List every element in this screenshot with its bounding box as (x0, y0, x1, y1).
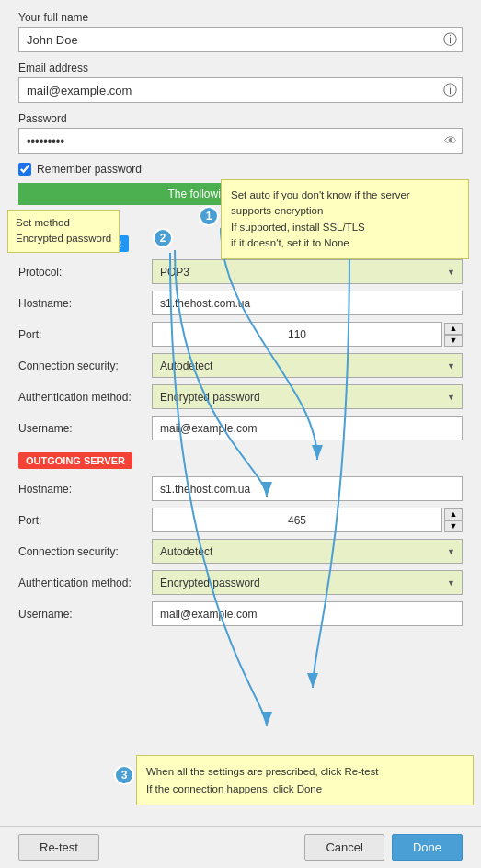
outgoing-conn-sec-select[interactable]: Autodetect SSL/TLS STARTTLS None (152, 539, 463, 564)
badge-2: 2 (153, 228, 173, 248)
incoming-auth-label: Authentication method: (18, 391, 152, 404)
email-info-icon[interactable]: ⓘ (443, 82, 457, 99)
remember-label: Remember password (37, 163, 142, 176)
remember-checkbox[interactable] (18, 163, 31, 176)
outgoing-port-label: Port: (18, 514, 152, 527)
incoming-auth-select[interactable]: Encrypted password Normal password OAuth… (152, 384, 463, 409)
password-label: Password (18, 112, 463, 125)
bottom-bar: Re-test Cancel Done (0, 826, 481, 868)
badge-3: 3 (114, 765, 134, 785)
incoming-conn-sec-select[interactable]: Autodetect SSL/TLS STARTTLS None (152, 353, 463, 378)
password-eye-icon[interactable]: 👁 (444, 133, 457, 148)
tooltip-1: Set auto if you don't know if the server… (221, 179, 469, 259)
incoming-hostname-input[interactable] (152, 291, 463, 315)
protocol-label: Protocol: (18, 266, 152, 279)
protocol-select[interactable]: POP3 IMAP (152, 259, 463, 284)
full-name-input[interactable] (18, 27, 463, 52)
email-input[interactable] (18, 77, 463, 103)
incoming-conn-sec-label: Connection security: (18, 360, 152, 372)
outgoing-auth-select[interactable]: Encrypted password Normal password OAuth… (152, 570, 463, 595)
incoming-hostname-label: Hostname: (18, 297, 152, 310)
tooltip-2: Set method Encrypted password (7, 210, 120, 253)
outgoing-hostname-label: Hostname: (18, 483, 152, 496)
outgoing-conn-sec-label: Connection security: (18, 545, 152, 558)
incoming-port-down[interactable]: ▼ (444, 335, 463, 347)
outgoing-port-input[interactable] (152, 508, 442, 532)
full-name-label: Your full name (18, 11, 463, 24)
badge-1: 1 (199, 206, 219, 226)
incoming-port-up[interactable]: ▲ (444, 323, 463, 335)
tooltip-3: When all the settings are prescribed, cl… (136, 755, 474, 805)
incoming-username-label: Username: (18, 422, 152, 435)
incoming-username-input[interactable] (152, 416, 463, 440)
outgoing-port-up[interactable]: ▲ (444, 508, 463, 520)
done-button[interactable]: Done (392, 834, 463, 861)
full-name-info-icon[interactable]: ⓘ (443, 31, 457, 49)
incoming-port-label: Port: (18, 328, 152, 341)
outgoing-hostname-input[interactable] (152, 476, 463, 501)
outgoing-username-label: Username: (18, 608, 152, 621)
outgoing-port-down[interactable]: ▼ (444, 520, 463, 532)
password-input[interactable] (18, 128, 463, 154)
outgoing-server-badge: OUTGOING SERVER (18, 452, 132, 469)
outgoing-username-input[interactable] (152, 601, 463, 626)
cancel-button[interactable]: Cancel (304, 834, 384, 861)
incoming-port-input[interactable] (152, 322, 442, 347)
outgoing-auth-label: Authentication method: (18, 577, 152, 589)
retest-button[interactable]: Re-test (18, 834, 99, 861)
email-label: Email address (18, 62, 463, 74)
